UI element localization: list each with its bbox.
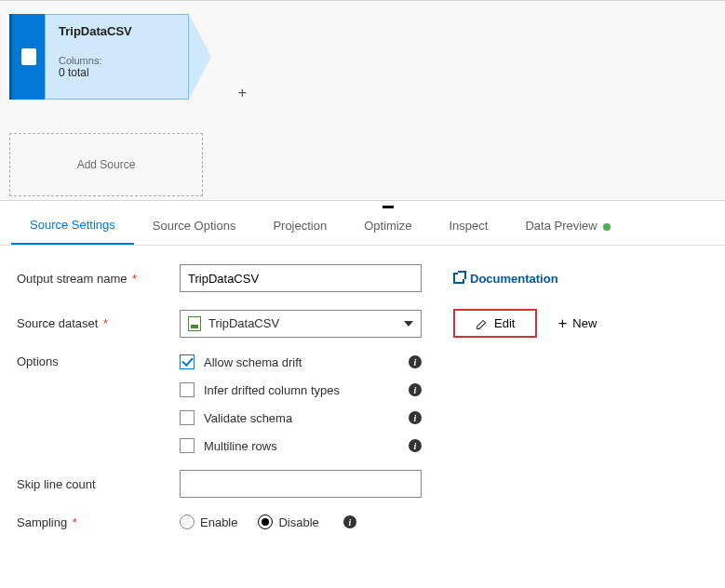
source-dataset-select[interactable]: TripDataCSV bbox=[180, 310, 422, 338]
node-title: TripDataCSV bbox=[59, 24, 175, 38]
option-allow-schema-drift: Allow schema drift i bbox=[180, 354, 422, 369]
pencil-icon bbox=[476, 318, 487, 329]
node-body: TripDataCSV Columns: 0 total bbox=[45, 14, 189, 100]
node-arrow bbox=[189, 14, 211, 100]
node-columns-total: 0 total bbox=[59, 66, 175, 79]
edit-button[interactable]: Edit bbox=[453, 309, 537, 338]
label-options: Options bbox=[17, 354, 180, 368]
radio-circle-disable bbox=[258, 514, 273, 529]
status-dot-icon bbox=[603, 223, 611, 231]
node-columns-label: Columns: bbox=[59, 55, 175, 66]
sampling-radio-group: Enable Disable i bbox=[180, 514, 356, 529]
row-sampling: Sampling * Enable Disable i bbox=[17, 514, 708, 529]
file-icon bbox=[21, 48, 36, 65]
add-source-label: Add Source bbox=[77, 158, 136, 171]
tab-inspect[interactable]: Inspect bbox=[431, 209, 507, 244]
info-icon[interactable]: i bbox=[343, 515, 356, 528]
data-flow-canvas[interactable]: TripDataCSV Columns: 0 total + Add Sourc… bbox=[0, 0, 725, 201]
row-options: Options Allow schema drift i Infer drift… bbox=[17, 354, 708, 453]
output-stream-input[interactable] bbox=[180, 264, 422, 292]
add-source-placeholder[interactable]: Add Source bbox=[9, 133, 203, 196]
option-validate-schema: Validate schema i bbox=[180, 410, 422, 425]
info-icon[interactable]: i bbox=[409, 355, 422, 368]
tab-data-preview[interactable]: Data Preview bbox=[506, 209, 628, 244]
source-node[interactable]: TripDataCSV Columns: 0 total + bbox=[9, 14, 211, 100]
label-skip-line: Skip line count bbox=[17, 477, 180, 491]
row-skip-line: Skip line count bbox=[17, 470, 708, 498]
info-icon[interactable]: i bbox=[409, 439, 422, 452]
checkbox-allow-schema-drift[interactable] bbox=[180, 354, 195, 369]
radio-circle-enable bbox=[180, 514, 195, 529]
chevron-down-icon bbox=[404, 321, 413, 327]
external-link-icon bbox=[453, 273, 464, 284]
options-column: Allow schema drift i Infer drifted colum… bbox=[180, 354, 422, 453]
new-button[interactable]: + New bbox=[557, 315, 597, 331]
tab-projection[interactable]: Projection bbox=[254, 209, 345, 244]
tabs-bar: Source Settings Source Options Projectio… bbox=[0, 201, 725, 246]
skip-line-input[interactable] bbox=[180, 470, 422, 498]
source-dataset-value: TripDataCSV bbox=[208, 316, 279, 330]
row-output-stream: Output stream name * Documentation bbox=[17, 264, 708, 292]
settings-panel: Output stream name * Documentation Sourc… bbox=[0, 246, 725, 565]
tab-marker bbox=[383, 206, 394, 208]
checkbox-multiline-rows[interactable] bbox=[180, 438, 195, 453]
node-icon-bar bbox=[9, 14, 45, 100]
tab-optimize[interactable]: Optimize bbox=[345, 209, 430, 244]
documentation-link[interactable]: Documentation bbox=[453, 272, 558, 286]
plus-icon: + bbox=[557, 315, 567, 331]
info-icon[interactable]: i bbox=[409, 411, 422, 424]
node-add-icon[interactable]: + bbox=[238, 85, 247, 101]
label-source-dataset: Source dataset * bbox=[17, 316, 180, 330]
radio-disable[interactable]: Disable bbox=[258, 514, 318, 529]
tab-source-options[interactable]: Source Options bbox=[134, 209, 255, 244]
checkbox-validate-schema[interactable] bbox=[180, 410, 195, 425]
info-icon[interactable]: i bbox=[409, 383, 422, 396]
radio-enable[interactable]: Enable bbox=[180, 514, 237, 529]
tab-source-settings[interactable]: Source Settings bbox=[11, 208, 134, 245]
checkbox-infer-drifted[interactable] bbox=[180, 382, 195, 397]
dataset-icon bbox=[188, 316, 201, 331]
option-infer-drifted: Infer drifted column types i bbox=[180, 382, 422, 397]
row-source-dataset: Source dataset * TripDataCSV Edit + New bbox=[17, 309, 708, 338]
label-sampling: Sampling * bbox=[17, 515, 180, 529]
option-multiline-rows: Multiline rows i bbox=[180, 438, 422, 453]
label-output-stream: Output stream name * bbox=[17, 272, 180, 286]
